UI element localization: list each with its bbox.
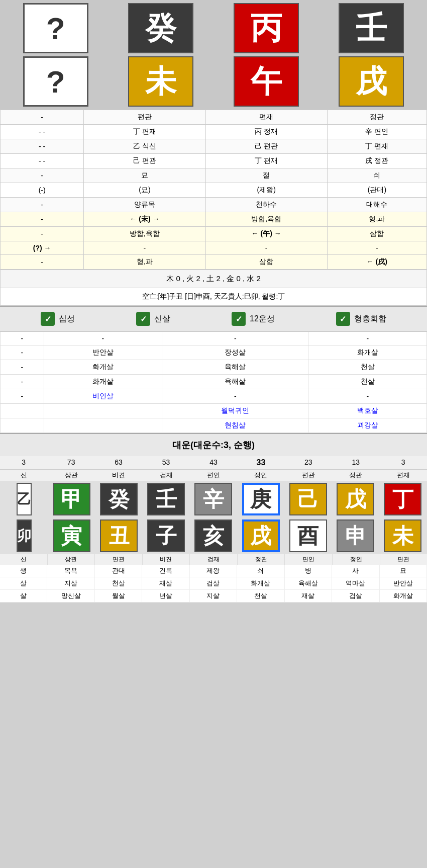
row-cell: - - (1, 125, 84, 139)
daeun-num-0: 3 (0, 456, 47, 469)
daeun-lower-tile-3[interactable]: 子 (147, 519, 185, 552)
daeun-extra-cell: 화개살 (237, 577, 284, 589)
check-hyeong-icon[interactable]: ✓ (336, 312, 350, 326)
daeun-lower-tile-7[interactable]: 申 (337, 519, 374, 552)
row-cell: 丁 편재 (205, 154, 327, 168)
daeun-lower-tile-6-wrap: 酉 (285, 519, 331, 552)
daeun-upper-tile-1[interactable]: 甲 (53, 483, 90, 515)
table-row-highlight: - 형,파 삼합 ← (戌) (1, 255, 427, 270)
sal-link-biin[interactable]: 비인살 (44, 389, 162, 404)
row-cell: - (1, 168, 84, 183)
row-cell: (-) (1, 183, 84, 198)
row-cell: 乙 식신 (84, 139, 205, 154)
sal-cell (44, 404, 162, 418)
table-row: (-) (묘) (제왕) (관대) (1, 183, 427, 198)
daeun-upper-tile-2-wrap: 癸 (95, 483, 142, 515)
daeun-upper-tile-3[interactable]: 壬 (147, 483, 185, 515)
tile-col-3: 丙 午 (214, 3, 319, 107)
daeun-blabel-3: 비견 (143, 554, 190, 565)
daeun-extra-cell: 쇠 (237, 565, 284, 577)
daeun-lower-tile-4[interactable]: 亥 (194, 519, 232, 552)
table-row-highlight: - ← (未) → 방합,육합 형,파 (1, 212, 427, 227)
sal-link-woldeok[interactable]: 월덕귀인 (162, 404, 308, 418)
daeun-upper-tile-6[interactable]: 己 (289, 483, 327, 515)
row-cell: - (1, 227, 84, 241)
sal-cell: 장성살 (162, 345, 308, 360)
sal-cell (44, 418, 162, 433)
daeun-header: 대운(대운수:3, 순행) (0, 433, 427, 456)
daeun-lower-tile-6[interactable]: 酉 (289, 519, 327, 552)
daeun-upper-tile-5-selected[interactable]: 庚 (242, 483, 280, 515)
table-row-highlight: (?) → - - - (1, 241, 427, 255)
row-cell: - - (1, 154, 84, 168)
sal-cell: - (162, 332, 308, 345)
daeun-label-4: 편인 (190, 470, 237, 481)
daeun-blabel-7: 정인 (333, 554, 380, 565)
check-sipmseong-icon[interactable]: ✓ (41, 312, 55, 326)
daeun-extra-cell: 천살 (237, 590, 284, 602)
row-cell: 방합,육합 (84, 227, 205, 241)
table-row: - - 乙 식신 己 편관 丁 편재 (1, 139, 427, 154)
daeun-num-5-active: 33 (237, 456, 284, 469)
row-cell: (관대) (327, 183, 426, 198)
daeun-upper-tile-7-wrap: 戊 (333, 483, 379, 515)
checkbox-sipmseong[interactable]: ✓ 십성 (41, 312, 75, 326)
sal-row: - 비인살 - - (1, 389, 427, 404)
row-cell: (제왕) (205, 183, 327, 198)
row-cell: - (327, 241, 426, 255)
checkbox-12unsung[interactable]: ✓ 12운성 (232, 312, 275, 326)
daeun-lower-tile-0[interactable]: 卯 (17, 519, 32, 552)
daeun-extra-cell: 년살 (142, 590, 189, 602)
sal-link-baekho[interactable]: 백호살 (308, 404, 427, 418)
daeun-num-8: 3 (380, 456, 427, 469)
row-cell: 戌 정관 (327, 154, 426, 168)
daeun-blabel-1: 상관 (48, 554, 95, 565)
sal-cell: 반안살 (44, 345, 162, 360)
daeun-lower-tile-2[interactable]: 丑 (100, 519, 138, 552)
sal-link-hyeoncim[interactable]: 현침살 (162, 418, 308, 433)
five-elements: 木 0 , 火 2 , 土 2 , 金 0 , 水 2 (0, 270, 427, 288)
row-cell: 대해수 (327, 198, 426, 212)
daeun-header-text: 대운(대운수:3, 순행) (172, 440, 255, 450)
daeun-num-3: 53 (142, 456, 189, 469)
daeun-upper-tile-2[interactable]: 癸 (100, 483, 138, 515)
daeun-label-2: 비견 (95, 470, 142, 481)
check-12unsung-label: 12운성 (250, 314, 275, 324)
row-cell: 양류목 (84, 198, 205, 212)
daeun-upper-tile-8[interactable]: 丁 (384, 483, 421, 515)
checkbox-sinsal[interactable]: ✓ 신살 (136, 312, 170, 326)
row-cell: 丁 편재 (84, 125, 205, 139)
check-12unsung-icon[interactable]: ✓ (232, 312, 246, 326)
sal-cell: - (1, 375, 44, 389)
tile-col-2: 癸 未 (109, 3, 214, 107)
checkbox-hyeong[interactable]: ✓ 형충회합 (336, 312, 386, 326)
daeun-lower-tile-7-wrap: 申 (333, 519, 379, 552)
daeun-upper-tile-4-wrap: 辛 (190, 483, 237, 515)
row-cell: 삼합 (327, 227, 426, 241)
row-cell: 辛 편인 (327, 125, 426, 139)
daeun-lower-tile-4-wrap: 亥 (190, 519, 237, 552)
tile-col-4: 壬 戌 (319, 3, 424, 107)
row-cell: 쇠 (327, 168, 426, 183)
sal-cell (1, 404, 44, 418)
row-cell: (묘) (84, 183, 205, 198)
daeun-lower-tile-5-selected[interactable]: 戌 (242, 519, 280, 552)
daeun-upper-tile-4[interactable]: 辛 (194, 483, 232, 515)
sal-cell: - (1, 360, 44, 375)
check-sinsal-icon[interactable]: ✓ (136, 312, 150, 326)
daeun-upper-tile-7[interactable]: 戊 (337, 483, 374, 515)
gongmang-row: 空亡:[年]子丑 [日]申酉, 天乙貴人:巳卯, 월령:丁 (0, 288, 427, 306)
tile-byeong-upper: 丙 (234, 3, 299, 53)
sal-cell: 육해살 (162, 375, 308, 389)
sal-row: 월덕귀인 백호살 (1, 404, 427, 418)
daeun-upper-tile-6-wrap: 己 (285, 483, 331, 515)
sal-link-goekang[interactable]: 괴강살 (308, 418, 427, 433)
daeun-extra-row-2: 살 지살 천살 재살 겁살 화개살 육해살 역마살 반안살 (0, 577, 427, 590)
checkbox-row: ✓ 십성 ✓ 신살 ✓ 12운성 ✓ 형충회합 (0, 306, 427, 331)
daeun-lower-tile-1[interactable]: 寅 (53, 519, 90, 552)
daeun-upper-tile-0[interactable]: 乙 (17, 483, 32, 515)
daeun-lower-tile-8[interactable]: 未 (384, 519, 421, 552)
daeun-lower-tile-partial: 卯 (1, 519, 47, 552)
row-cell: - - (1, 139, 84, 154)
sal-cell: 화개살 (308, 345, 427, 360)
